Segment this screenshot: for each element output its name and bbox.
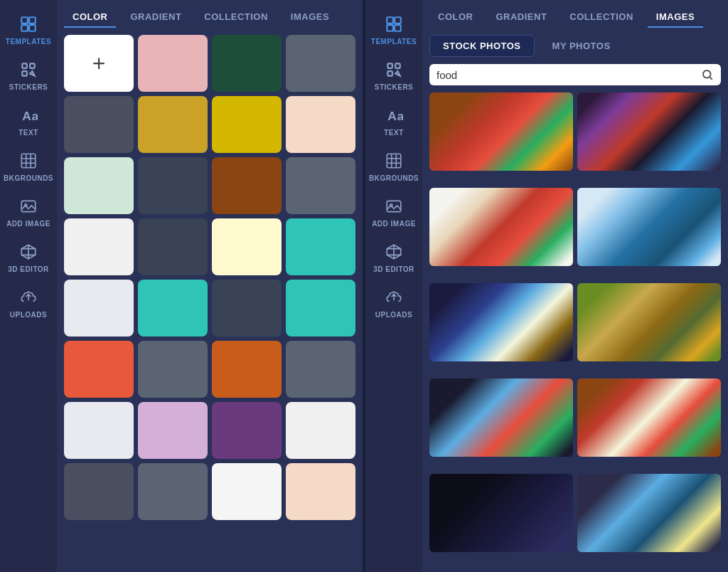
tab-images[interactable]: IMAGES [282, 7, 338, 28]
photo-cell[interactable] [429, 378, 573, 457]
svg-rect-11 [387, 17, 393, 23]
color-swatch[interactable] [64, 218, 134, 275]
left-main-content: COLOR GRADIENT COLLECTION IMAGES + [57, 0, 363, 572]
color-grid: + [64, 35, 355, 520]
tab-color[interactable]: COLOR [64, 7, 116, 28]
right-tab-color[interactable]: COLOR [429, 7, 481, 28]
photo-cell[interactable] [577, 188, 721, 266]
right-sidebar-label-templates: TEMPLATES [371, 38, 417, 46]
color-swatch[interactable] [64, 280, 134, 337]
color-swatch[interactable] [64, 96, 134, 153]
right-uploads-icon [382, 286, 405, 309]
search-button[interactable] [701, 68, 714, 81]
color-swatch[interactable] [286, 96, 355, 153]
add-color-button[interactable]: + [64, 35, 134, 92]
color-swatch[interactable] [286, 280, 355, 337]
photo-tab-my[interactable]: MY PHOTOS [539, 35, 624, 57]
left-tabs: COLOR GRADIENT COLLECTION IMAGES [57, 0, 363, 28]
color-swatch[interactable] [138, 35, 208, 92]
right-sidebar-item-uploads[interactable]: UPLOADS [368, 280, 419, 324]
sidebar-item-3d-editor[interactable]: 3D EDITOR [3, 235, 54, 279]
color-grid-container: + [57, 28, 363, 572]
right-templates-icon [382, 13, 405, 36]
right-sidebar-item-3d-editor[interactable]: 3D EDITOR [368, 235, 419, 279]
color-swatch[interactable] [64, 402, 134, 459]
svg-text:Aa: Aa [387, 109, 403, 123]
color-swatch[interactable] [138, 463, 208, 520]
right-sidebar: TEMPLATES STICKERS Aa TEXT [365, 0, 422, 572]
right-sidebar-item-stickers[interactable]: STICKERS [368, 53, 419, 97]
sidebar-item-add-image[interactable]: ADD IMAGE [3, 189, 54, 233]
color-swatch[interactable] [212, 218, 282, 275]
right-sidebar-item-backgrounds[interactable]: BKGROUNDS [368, 144, 419, 188]
color-swatch[interactable] [138, 218, 208, 275]
right-sidebar-label-text: TEXT [384, 129, 404, 137]
search-bar [429, 64, 721, 85]
templates-icon [17, 13, 40, 36]
color-swatch[interactable] [64, 463, 134, 520]
search-input[interactable] [437, 69, 701, 81]
photo-cell[interactable] [429, 92, 573, 171]
color-swatch[interactable] [212, 463, 282, 520]
color-swatch[interactable] [286, 157, 355, 214]
right-tab-gradient[interactable]: GRADIENT [487, 7, 555, 28]
images-content: STOCK PHOTOS MY PHOTOS [422, 28, 728, 572]
sidebar-label-templates: TEMPLATES [6, 38, 51, 46]
svg-rect-4 [22, 63, 26, 68]
color-swatch[interactable] [212, 280, 282, 337]
photo-cell[interactable] [429, 188, 573, 266]
sidebar-item-stickers[interactable]: STICKERS [3, 53, 54, 97]
color-swatch[interactable] [212, 35, 282, 92]
add-image-icon [17, 195, 40, 218]
color-swatch[interactable] [138, 280, 208, 337]
svg-rect-1 [29, 17, 36, 23]
photo-cell[interactable] [577, 474, 721, 552]
right-tabs: COLOR GRADIENT COLLECTION IMAGES [422, 0, 728, 28]
svg-rect-12 [395, 17, 401, 23]
color-swatch[interactable] [286, 402, 355, 459]
color-swatch[interactable] [286, 35, 355, 92]
right-sidebar-label-3d-editor: 3D EDITOR [373, 265, 414, 273]
color-swatch[interactable] [138, 341, 208, 398]
right-sidebar-label-stickers: STICKERS [375, 83, 414, 91]
color-swatch[interactable] [212, 341, 282, 398]
photo-cell[interactable] [577, 92, 721, 171]
color-swatch[interactable] [286, 341, 355, 398]
color-swatch[interactable] [64, 157, 134, 214]
photo-tab-stock[interactable]: STOCK PHOTOS [429, 35, 535, 57]
right-main-content: COLOR GRADIENT COLLECTION IMAGES STOCK P… [422, 0, 728, 572]
right-stickers-icon [382, 58, 405, 81]
svg-text:Aa: Aa [22, 109, 38, 123]
photo-cell[interactable] [577, 378, 721, 457]
color-swatch[interactable] [212, 157, 282, 214]
sidebar-item-text[interactable]: Aa TEXT [3, 98, 54, 142]
right-sidebar-item-text[interactable]: Aa TEXT [368, 98, 419, 142]
color-swatch[interactable] [212, 96, 282, 153]
right-sidebar-label-backgrounds: BKGROUNDS [369, 174, 419, 182]
sidebar-label-backgrounds: BKGROUNDS [4, 174, 53, 182]
tab-collection[interactable]: COLLECTION [196, 7, 277, 28]
right-tab-collection[interactable]: COLLECTION [561, 7, 642, 28]
sidebar-label-text: TEXT [18, 129, 38, 137]
svg-rect-17 [387, 71, 392, 76]
color-swatch[interactable] [138, 157, 208, 214]
right-sidebar-item-add-image[interactable]: ADD IMAGE [368, 189, 419, 233]
color-swatch[interactable] [212, 402, 282, 459]
photo-cell[interactable] [429, 283, 573, 361]
sidebar-item-templates[interactable]: TEMPLATES [3, 7, 54, 51]
right-sidebar-item-templates[interactable]: TEMPLATES [368, 7, 419, 51]
sidebar-item-backgrounds[interactable]: BKGROUNDS [3, 144, 54, 188]
color-swatch[interactable] [286, 463, 355, 520]
sidebar-item-uploads[interactable]: UPLOADS [3, 280, 54, 324]
color-swatch[interactable] [286, 218, 355, 275]
color-swatch[interactable] [64, 341, 134, 398]
svg-rect-3 [29, 25, 36, 31]
photo-cell[interactable] [577, 283, 721, 361]
right-sidebar-label-uploads: UPLOADS [375, 311, 412, 319]
photo-cell[interactable] [429, 474, 573, 552]
tab-gradient[interactable]: GRADIENT [122, 7, 190, 28]
svg-rect-15 [387, 63, 392, 68]
right-tab-images[interactable]: IMAGES [648, 7, 703, 28]
color-swatch[interactable] [138, 96, 208, 153]
color-swatch[interactable] [138, 402, 208, 459]
